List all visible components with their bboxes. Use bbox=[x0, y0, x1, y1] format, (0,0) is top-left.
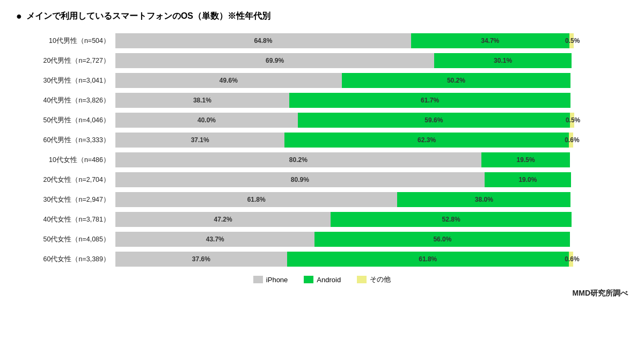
android-segment: 59.6% bbox=[298, 113, 570, 128]
other-segment: 0.5% bbox=[569, 33, 574, 48]
legend-other-box bbox=[357, 276, 367, 283]
bar-row: 30代女性（n=2,947）61.8%38.0% bbox=[21, 190, 628, 209]
android-segment: 50.2% bbox=[342, 73, 571, 88]
bar-container: 80.9%19.0% bbox=[115, 172, 572, 187]
bar-label: 50代女性（n=4,085） bbox=[21, 235, 115, 244]
bar-label: 20代女性（n=2,704） bbox=[21, 175, 115, 185]
bar-container: 37.6%61.8%0.6% bbox=[115, 252, 572, 267]
iphone-segment: 38.1% bbox=[115, 93, 289, 108]
bar-label: 40代男性（n=3,826） bbox=[21, 96, 115, 105]
other-pct: 0.6% bbox=[565, 255, 579, 263]
legend: iPhone Android その他 bbox=[16, 275, 628, 284]
bar-row: 20代男性（n=2,727）69.9%30.1% bbox=[21, 52, 628, 70]
title: ● メインで利用しているスマートフォンのOS（単数）※性年代別 bbox=[16, 11, 628, 22]
bar-row: 60代女性（n=3,389）37.6%61.8%0.6% bbox=[21, 250, 628, 268]
iphone-segment: 47.2% bbox=[115, 212, 331, 227]
bar-label: 20代男性（n=2,727） bbox=[21, 56, 115, 65]
iphone-pct: 80.2% bbox=[289, 156, 308, 164]
bar-row: 40代女性（n=3,781）47.2%52.8% bbox=[21, 210, 628, 229]
chart-area: 10代男性（n=504）64.8%34.7%0.5%20代男性（n=2,727）… bbox=[21, 32, 628, 268]
android-segment: 19.5% bbox=[481, 152, 570, 167]
bar-container: 38.1%61.7% bbox=[115, 93, 572, 108]
legend-other-label: その他 bbox=[370, 275, 391, 284]
bar-label: 10代女性（n=486） bbox=[21, 156, 115, 165]
legend-iphone: iPhone bbox=[253, 275, 288, 284]
bar-label: 60代男性（n=3,333） bbox=[21, 136, 115, 145]
legend-android-box bbox=[304, 276, 313, 283]
iphone-pct: 49.6% bbox=[219, 77, 238, 84]
android-pct: 61.8% bbox=[419, 255, 437, 263]
android-pct: 30.1% bbox=[494, 57, 512, 64]
bar-label: 60代女性（n=3,389） bbox=[21, 255, 115, 264]
iphone-pct: 80.9% bbox=[291, 176, 309, 183]
legend-android-label: Android bbox=[317, 276, 341, 284]
other-pct: 0.5% bbox=[565, 37, 580, 45]
iphone-segment: 37.6% bbox=[115, 252, 287, 267]
android-pct: 19.0% bbox=[518, 176, 537, 183]
bar-container: 64.8%34.7%0.5% bbox=[115, 33, 572, 48]
android-segment: 38.0% bbox=[397, 192, 570, 207]
iphone-segment: 69.9% bbox=[115, 53, 434, 68]
android-segment: 19.0% bbox=[485, 172, 572, 187]
other-segment: 0.6% bbox=[569, 252, 573, 267]
bar-label: 30代女性（n=2,947） bbox=[21, 195, 115, 204]
bar-row: 50代男性（n=4,046）40.0%59.6%0.5% bbox=[21, 111, 628, 129]
android-pct: 59.6% bbox=[425, 116, 443, 124]
bar-container: 47.2%52.8% bbox=[115, 212, 572, 227]
legend-iphone-label: iPhone bbox=[266, 276, 288, 284]
bar-container: 43.7%56.0% bbox=[115, 232, 572, 247]
other-pct: 0.5% bbox=[566, 116, 580, 124]
legend-android: Android bbox=[304, 275, 341, 284]
bar-label: 30代男性（n=3,041） bbox=[21, 76, 115, 85]
iphone-segment: 61.8% bbox=[115, 192, 397, 207]
iphone-pct: 43.7% bbox=[206, 236, 224, 243]
android-pct: 19.5% bbox=[517, 156, 535, 164]
android-segment: 56.0% bbox=[314, 232, 570, 247]
bar-container: 49.6%50.2% bbox=[115, 73, 572, 88]
android-segment: 52.8% bbox=[331, 212, 572, 227]
android-pct: 38.0% bbox=[475, 196, 493, 203]
android-pct: 50.2% bbox=[447, 77, 465, 84]
footer: MMD研究所調べ bbox=[16, 289, 628, 298]
bar-label: 10代男性（n=504） bbox=[21, 36, 115, 46]
iphone-pct: 47.2% bbox=[214, 216, 232, 223]
iphone-pct: 40.0% bbox=[197, 116, 216, 124]
iphone-segment: 80.9% bbox=[115, 172, 485, 187]
android-pct: 56.0% bbox=[433, 236, 451, 243]
other-segment: 0.6% bbox=[569, 133, 573, 148]
bar-label: 50代男性（n=4,046） bbox=[21, 116, 115, 125]
bar-container: 61.8%38.0% bbox=[115, 192, 572, 207]
iphone-pct: 64.8% bbox=[254, 37, 272, 45]
iphone-segment: 64.8% bbox=[115, 33, 411, 48]
android-pct: 52.8% bbox=[442, 216, 460, 223]
bar-container: 37.1%62.3%0.6% bbox=[115, 133, 572, 148]
legend-other: その他 bbox=[357, 275, 391, 284]
android-pct: 34.7% bbox=[481, 37, 499, 45]
iphone-segment: 37.1% bbox=[115, 133, 284, 148]
bar-row: 60代男性（n=3,333）37.1%62.3%0.6% bbox=[21, 131, 628, 149]
iphone-segment: 40.0% bbox=[115, 113, 298, 128]
iphone-pct: 37.6% bbox=[192, 255, 210, 263]
iphone-pct: 37.1% bbox=[191, 136, 209, 144]
iphone-segment: 49.6% bbox=[115, 73, 342, 88]
bar-row: 50代女性（n=4,085）43.7%56.0% bbox=[21, 230, 628, 248]
android-pct: 61.7% bbox=[421, 97, 439, 104]
bar-row: 10代男性（n=504）64.8%34.7%0.5% bbox=[21, 32, 628, 50]
bar-row: 40代男性（n=3,826）38.1%61.7% bbox=[21, 91, 628, 109]
bar-container: 69.9%30.1% bbox=[115, 53, 572, 68]
android-segment: 34.7% bbox=[411, 33, 569, 48]
android-segment: 61.7% bbox=[289, 93, 570, 108]
other-segment: 0.5% bbox=[570, 113, 574, 128]
iphone-pct: 38.1% bbox=[193, 97, 211, 104]
iphone-segment: 80.2% bbox=[115, 152, 481, 167]
legend-iphone-box bbox=[253, 276, 263, 283]
bullet-icon: ● bbox=[16, 11, 22, 22]
android-segment: 62.3% bbox=[284, 133, 569, 148]
iphone-segment: 43.7% bbox=[115, 232, 314, 247]
bar-container: 80.2%19.5% bbox=[115, 152, 572, 167]
android-pct: 62.3% bbox=[418, 136, 436, 144]
bar-container: 40.0%59.6%0.5% bbox=[115, 113, 572, 128]
other-pct: 0.6% bbox=[565, 136, 579, 144]
bar-row: 30代男性（n=3,041）49.6%50.2% bbox=[21, 71, 628, 90]
title-text: メインで利用しているスマートフォンのOS（単数）※性年代別 bbox=[26, 11, 270, 22]
